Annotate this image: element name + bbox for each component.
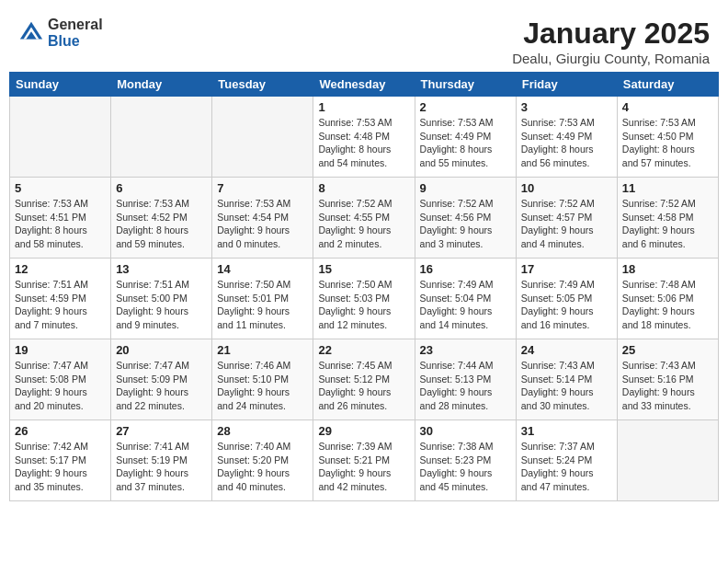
calendar-cell: 26Sunrise: 7:42 AM Sunset: 5:17 PM Dayli… [10,420,111,501]
day-info: Sunrise: 7:52 AM Sunset: 4:55 PM Dayligh… [318,197,409,251]
calendar-week-row: 1Sunrise: 7:53 AM Sunset: 4:48 PM Daylig… [10,97,719,178]
day-number: 10 [521,181,612,195]
calendar-cell: 18Sunrise: 7:48 AM Sunset: 5:06 PM Dayli… [617,259,718,339]
day-info: Sunrise: 7:43 AM Sunset: 5:16 PM Dayligh… [622,359,713,413]
day-number: 11 [622,181,713,195]
day-number: 17 [521,262,612,276]
day-number: 6 [116,181,207,195]
calendar-cell [111,97,212,178]
calendar-cell: 21Sunrise: 7:46 AM Sunset: 5:10 PM Dayli… [212,339,313,420]
day-number: 8 [318,181,409,195]
day-number: 27 [116,424,207,438]
calendar-cell [10,97,111,178]
weekday-header-tuesday: Tuesday [212,73,313,97]
calendar-cell: 8Sunrise: 7:52 AM Sunset: 4:55 PM Daylig… [313,178,415,259]
weekday-header-sunday: Sunday [10,73,111,97]
calendar-cell: 9Sunrise: 7:52 AM Sunset: 4:56 PM Daylig… [415,178,516,259]
weekday-header-wednesday: Wednesday [313,73,415,97]
calendar-cell: 5Sunrise: 7:53 AM Sunset: 4:51 PM Daylig… [10,178,111,259]
logo-blue: Blue [48,33,103,50]
day-info: Sunrise: 7:43 AM Sunset: 5:14 PM Dayligh… [521,359,612,413]
day-number: 26 [15,424,106,438]
day-info: Sunrise: 7:53 AM Sunset: 4:54 PM Dayligh… [217,197,308,251]
calendar-cell: 25Sunrise: 7:43 AM Sunset: 5:16 PM Dayli… [617,339,718,420]
day-info: Sunrise: 7:45 AM Sunset: 5:12 PM Dayligh… [318,359,409,413]
logo-general: General [48,17,103,33]
day-info: Sunrise: 7:51 AM Sunset: 5:00 PM Dayligh… [116,278,207,332]
day-info: Sunrise: 7:44 AM Sunset: 5:13 PM Dayligh… [420,359,511,413]
day-info: Sunrise: 7:49 AM Sunset: 5:05 PM Dayligh… [521,278,612,332]
day-number: 4 [622,100,713,114]
day-info: Sunrise: 7:41 AM Sunset: 5:19 PM Dayligh… [116,440,207,494]
calendar-week-row: 26Sunrise: 7:42 AM Sunset: 5:17 PM Dayli… [10,420,719,501]
calendar-cell: 1Sunrise: 7:53 AM Sunset: 4:48 PM Daylig… [313,97,415,178]
weekday-header-monday: Monday [111,73,212,97]
weekday-header-row: SundayMondayTuesdayWednesdayThursdayFrid… [10,73,719,97]
day-info: Sunrise: 7:52 AM Sunset: 4:57 PM Dayligh… [521,197,612,251]
day-info: Sunrise: 7:40 AM Sunset: 5:20 PM Dayligh… [217,440,308,494]
calendar-cell: 6Sunrise: 7:53 AM Sunset: 4:52 PM Daylig… [111,178,212,259]
day-number: 3 [521,100,612,114]
calendar-cell: 19Sunrise: 7:47 AM Sunset: 5:08 PM Dayli… [10,339,111,420]
calendar-cell: 31Sunrise: 7:37 AM Sunset: 5:24 PM Dayli… [516,420,617,501]
calendar-cell: 29Sunrise: 7:39 AM Sunset: 5:21 PM Dayli… [313,420,415,501]
day-info: Sunrise: 7:47 AM Sunset: 5:09 PM Dayligh… [116,359,207,413]
day-number: 28 [217,424,308,438]
calendar-week-row: 12Sunrise: 7:51 AM Sunset: 4:59 PM Dayli… [10,259,719,339]
day-info: Sunrise: 7:37 AM Sunset: 5:24 PM Dayligh… [521,440,612,494]
day-number: 21 [217,343,308,357]
day-info: Sunrise: 7:51 AM Sunset: 4:59 PM Dayligh… [15,278,106,332]
day-number: 5 [15,181,106,195]
logo-text: General Blue [48,17,103,49]
calendar-cell [212,97,313,178]
calendar-title: January 2025 [512,17,710,51]
calendar-cell: 16Sunrise: 7:49 AM Sunset: 5:04 PM Dayli… [415,259,516,339]
calendar-cell: 24Sunrise: 7:43 AM Sunset: 5:14 PM Dayli… [516,339,617,420]
day-number: 25 [622,343,713,357]
day-info: Sunrise: 7:50 AM Sunset: 5:01 PM Dayligh… [217,278,308,332]
calendar-cell: 28Sunrise: 7:40 AM Sunset: 5:20 PM Dayli… [212,420,313,501]
day-number: 9 [420,181,511,195]
day-number: 14 [217,262,308,276]
day-info: Sunrise: 7:52 AM Sunset: 4:56 PM Dayligh… [420,197,511,251]
day-info: Sunrise: 7:53 AM Sunset: 4:49 PM Dayligh… [521,116,612,170]
calendar-cell: 4Sunrise: 7:53 AM Sunset: 4:50 PM Daylig… [617,97,718,178]
day-info: Sunrise: 7:53 AM Sunset: 4:52 PM Dayligh… [116,197,207,251]
calendar-week-row: 19Sunrise: 7:47 AM Sunset: 5:08 PM Dayli… [10,339,719,420]
calendar-cell: 10Sunrise: 7:52 AM Sunset: 4:57 PM Dayli… [516,178,617,259]
calendar-cell: 23Sunrise: 7:44 AM Sunset: 5:13 PM Dayli… [415,339,516,420]
calendar-cell: 17Sunrise: 7:49 AM Sunset: 5:05 PM Dayli… [516,259,617,339]
day-number: 13 [116,262,207,276]
day-info: Sunrise: 7:53 AM Sunset: 4:51 PM Dayligh… [15,197,106,251]
day-info: Sunrise: 7:53 AM Sunset: 4:49 PM Dayligh… [420,116,511,170]
day-info: Sunrise: 7:38 AM Sunset: 5:23 PM Dayligh… [420,440,511,494]
calendar-cell: 20Sunrise: 7:47 AM Sunset: 5:09 PM Dayli… [111,339,212,420]
weekday-header-saturday: Saturday [617,73,718,97]
day-number: 20 [116,343,207,357]
calendar-cell: 7Sunrise: 7:53 AM Sunset: 4:54 PM Daylig… [212,178,313,259]
calendar-cell: 22Sunrise: 7:45 AM Sunset: 5:12 PM Dayli… [313,339,415,420]
calendar-table: SundayMondayTuesdayWednesdayThursdayFrid… [9,72,719,501]
calendar-week-row: 5Sunrise: 7:53 AM Sunset: 4:51 PM Daylig… [10,178,719,259]
day-number: 7 [217,181,308,195]
day-number: 22 [318,343,409,357]
calendar-cell: 11Sunrise: 7:52 AM Sunset: 4:58 PM Dayli… [617,178,718,259]
weekday-header-friday: Friday [516,73,617,97]
title-area: January 2025 Dealu, Giurgiu County, Roma… [512,17,710,66]
day-number: 24 [521,343,612,357]
day-number: 12 [15,262,106,276]
day-info: Sunrise: 7:50 AM Sunset: 5:03 PM Dayligh… [318,278,409,332]
day-info: Sunrise: 7:39 AM Sunset: 5:21 PM Dayligh… [318,440,409,494]
calendar-cell: 14Sunrise: 7:50 AM Sunset: 5:01 PM Dayli… [212,259,313,339]
page-header: General Blue January 2025 Dealu, Giurgiu… [9,9,719,72]
day-info: Sunrise: 7:53 AM Sunset: 4:50 PM Dayligh… [622,116,713,170]
calendar-cell: 27Sunrise: 7:41 AM Sunset: 5:19 PM Dayli… [111,420,212,501]
logo: General Blue [18,17,103,49]
calendar-cell: 12Sunrise: 7:51 AM Sunset: 4:59 PM Dayli… [10,259,111,339]
day-number: 2 [420,100,511,114]
day-number: 18 [622,262,713,276]
day-number: 1 [318,100,409,114]
day-number: 31 [521,424,612,438]
day-info: Sunrise: 7:53 AM Sunset: 4:48 PM Dayligh… [318,116,409,170]
day-number: 19 [15,343,106,357]
